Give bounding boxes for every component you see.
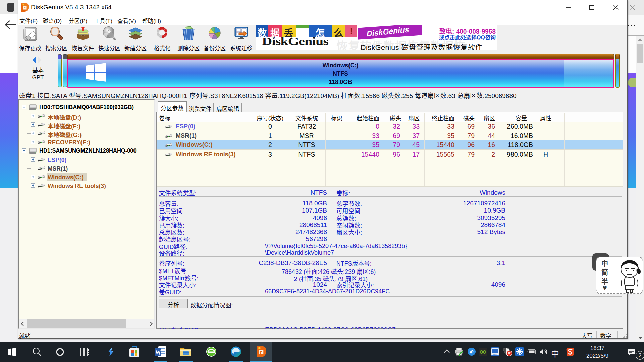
svg-text:intel: intel	[493, 354, 497, 356]
